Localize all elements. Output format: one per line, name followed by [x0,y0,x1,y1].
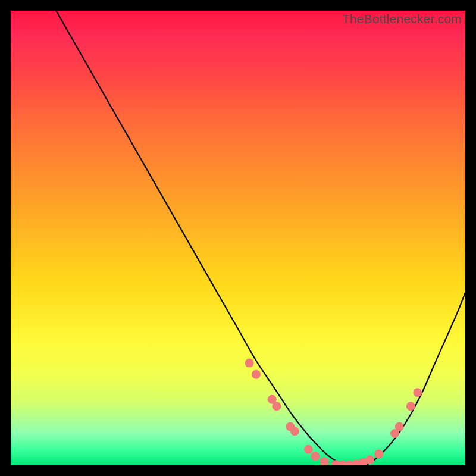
curve-svg [11,11,465,465]
data-point [252,370,261,379]
data-point [290,427,299,436]
data-point [245,359,254,368]
bottleneck-curve [56,11,465,465]
data-point [311,452,320,461]
data-points [245,359,422,465]
data-point [272,402,281,411]
chart-container: TheBottlenecker.com [0,0,476,476]
data-point [374,449,383,458]
data-point [395,422,404,431]
chart-plot-area: TheBottlenecker.com [11,11,465,465]
data-point [413,388,422,397]
data-point [406,402,415,411]
data-point [320,457,329,465]
data-point [365,455,374,464]
data-point [304,445,313,454]
